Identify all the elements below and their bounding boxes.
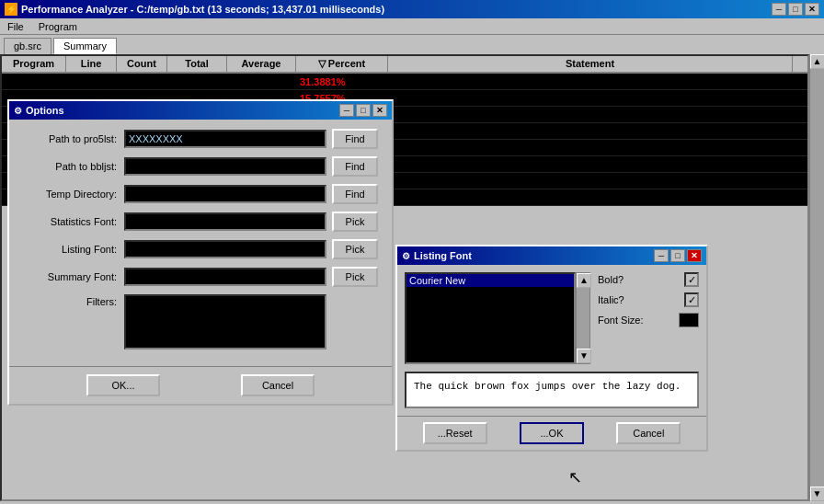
listing-font-label: Listing Font:: [23, 244, 124, 255]
options-title: Options: [26, 105, 64, 116]
bbljst-label: Path to bbljst:: [23, 161, 124, 172]
col-statement[interactable]: Statement: [388, 56, 793, 72]
font-scroll-down[interactable]: ▼: [577, 349, 591, 363]
pro5lst-find-button[interactable]: Find: [332, 129, 378, 149]
pro5lst-input[interactable]: [124, 130, 326, 148]
font-list-item[interactable]: [406, 289, 574, 291]
temp-dir-input[interactable]: [124, 185, 326, 203]
tab-gb-src[interactable]: gb.src: [4, 38, 52, 54]
bold-check-mark: ✓: [688, 274, 696, 286]
bbljst-find-button[interactable]: Find: [332, 156, 378, 177]
font-dialog-content: Courier New ▲ ▼ Bold? ✓ Italic? ✓: [397, 265, 706, 372]
font-dialog: ⚙ Listing Font ─ □ ✕ Courier New ▲ ▼: [395, 245, 708, 452]
summary-font-input[interactable]: [124, 268, 326, 286]
bold-option-row: Bold? ✓: [598, 272, 699, 287]
app-icon: ⚡: [5, 3, 17, 16]
font-dialog-title-label: Listing Font: [414, 250, 472, 261]
temp-dir-find-button[interactable]: Find: [332, 184, 378, 204]
summary-font-label: Summary Font:: [23, 271, 124, 282]
font-options: Bold? ✓ Italic? ✓ Font Size:: [598, 272, 699, 364]
column-headers: Program Line Count Total Average ▽ Perce…: [2, 56, 807, 74]
minimize-button[interactable]: ─: [772, 3, 786, 16]
font-preview-text: The quick brown fox jumps over the lazy …: [414, 381, 681, 392]
menu-program[interactable]: Program: [35, 21, 81, 32]
font-dialog-icon: ⚙: [402, 251, 410, 261]
scroll-down-button[interactable]: ▼: [810, 487, 825, 501]
font-list-scrollbar: ▲ ▼: [576, 272, 590, 364]
options-dialog-title-bar: ⚙ Options ─ □ ✕: [9, 101, 392, 120]
stats-font-input[interactable]: [124, 212, 326, 231]
cell-percent: 31.3881%: [296, 76, 388, 87]
font-dialog-maximize-btn[interactable]: □: [670, 249, 685, 262]
bbljst-input[interactable]: [124, 157, 326, 176]
summary-font-pick-button[interactable]: Pick: [332, 267, 378, 287]
bold-label: Bold?: [598, 274, 624, 285]
temp-dir-label: Temp Directory:: [23, 189, 124, 200]
font-size-row: Font Size:: [598, 313, 699, 327]
font-scroll-up[interactable]: ▲: [577, 273, 591, 288]
italic-checkbox[interactable]: ✓: [684, 292, 699, 307]
main-title-bar: ⚡ Performance Analyzer - C:/temp/gb.txt …: [0, 0, 824, 18]
options-maximize-btn[interactable]: □: [356, 104, 371, 117]
listing-font-pick-button[interactable]: Pick: [332, 239, 378, 259]
close-button[interactable]: ✕: [805, 3, 819, 16]
window-title: Performance Analyzer - C:/temp/gb.txt (1…: [21, 4, 384, 15]
font-size-color-box[interactable]: [679, 313, 699, 327]
font-dialog-title-bar: ⚙ Listing Font ─ □ ✕: [397, 246, 706, 265]
maximize-button[interactable]: □: [788, 3, 803, 16]
options-close-btn[interactable]: ✕: [372, 104, 387, 117]
font-cancel-button[interactable]: Cancel: [616, 422, 681, 444]
font-scroll-track[interactable]: [577, 288, 589, 349]
col-program[interactable]: Program: [2, 56, 66, 72]
italic-option-row: Italic? ✓: [598, 292, 699, 307]
filters-box[interactable]: [124, 294, 326, 349]
font-list-item-selected[interactable]: Courier New: [406, 274, 574, 287]
menu-file[interactable]: File: [4, 21, 28, 32]
font-preview: The quick brown fox jumps over the lazy …: [405, 372, 699, 408]
table-row[interactable]: 31.3881%: [2, 74, 807, 90]
options-footer: OK... Cancel: [9, 366, 392, 404]
tab-summary[interactable]: Summary: [53, 38, 117, 54]
menu-bar: File Program: [0, 18, 824, 35]
tabs-row: gb.src Summary: [0, 35, 824, 54]
options-icon: ⚙: [14, 106, 22, 116]
title-buttons: ─ □ ✕: [772, 3, 819, 16]
pro5lst-label: Path to pro5lst:: [23, 133, 124, 144]
col-percent[interactable]: ▽ Percent: [296, 56, 388, 72]
options-minimize-btn[interactable]: ─: [339, 104, 354, 117]
italic-label: Italic?: [598, 294, 624, 305]
col-total[interactable]: Total: [167, 56, 227, 72]
options-ok-button[interactable]: OK...: [86, 374, 160, 396]
font-size-label: Font Size:: [598, 315, 644, 326]
font-dialog-close-btn[interactable]: ✕: [687, 249, 702, 262]
options-content: Path to pro5lst: Find Path to bbljst: Fi…: [9, 120, 392, 366]
italic-check-mark: ✓: [688, 294, 696, 306]
filters-row: Filters:: [23, 294, 378, 349]
temp-dir-row: Temp Directory: Find: [23, 184, 378, 204]
font-ok-button[interactable]: ...OK: [520, 422, 584, 444]
stats-font-pick-button[interactable]: Pick: [332, 212, 378, 232]
summary-font-row: Summary Font: Pick: [23, 267, 378, 287]
options-cancel-button[interactable]: Cancel: [241, 374, 315, 396]
font-list[interactable]: Courier New: [405, 272, 576, 364]
col-count[interactable]: Count: [117, 56, 167, 72]
font-reset-button[interactable]: ...Reset: [423, 422, 487, 444]
listing-font-row: Listing Font: Pick: [23, 239, 378, 259]
col-line[interactable]: Line: [66, 56, 117, 72]
vertical-scrollbar: ▲ ▼: [809, 54, 824, 501]
col-average[interactable]: Average: [227, 56, 296, 72]
filters-label: Filters:: [23, 294, 124, 307]
font-dialog-footer: ...Reset ...OK Cancel: [397, 416, 706, 450]
stats-font-row: Statistics Font: Pick: [23, 212, 378, 232]
bold-checkbox[interactable]: ✓: [684, 272, 699, 287]
font-dialog-minimize-btn[interactable]: ─: [654, 249, 669, 262]
listing-font-input[interactable]: [124, 240, 326, 258]
stats-font-label: Statistics Font:: [23, 216, 124, 227]
pro5lst-row: Path to pro5lst: Find: [23, 129, 378, 149]
font-list-container: Courier New ▲ ▼: [405, 272, 590, 364]
options-dialog: ⚙ Options ─ □ ✕ Path to pro5lst: Find Pa…: [7, 99, 394, 406]
bbljst-row: Path to bbljst: Find: [23, 156, 378, 177]
scroll-track[interactable]: [810, 69, 825, 487]
scroll-up-button[interactable]: ▲: [810, 54, 825, 69]
